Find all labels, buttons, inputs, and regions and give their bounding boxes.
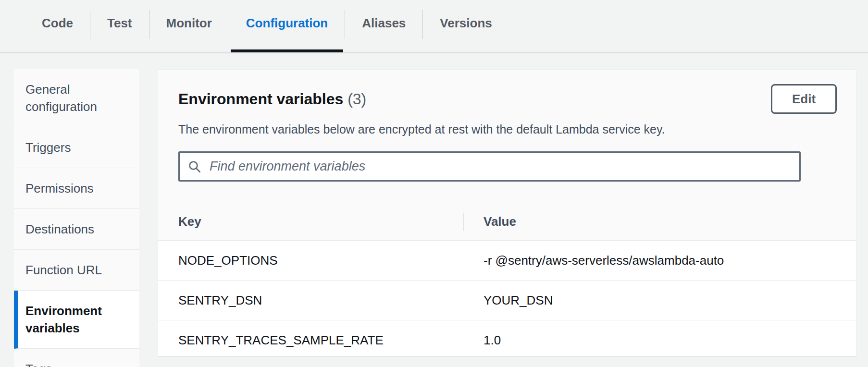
environment-variables-table: Key Value NODE_OPTIONS-r @sentry/aws-ser… (158, 203, 856, 357)
tab-configuration[interactable]: Configuration (229, 0, 345, 46)
tab-test[interactable]: Test (90, 0, 149, 46)
env-var-key: SENTRY_DSN (158, 293, 463, 308)
column-divider (463, 213, 464, 231)
table-body: NODE_OPTIONS-r @sentry/aws-serverless/aw… (158, 240, 856, 357)
panel-count: (3) (347, 90, 366, 108)
sidebar-item-tags[interactable]: Tags (14, 349, 139, 367)
sidebar-item-permissions[interactable]: Permissions (14, 168, 139, 209)
sidebar-item-general-configuration[interactable]: General configuration (14, 69, 139, 127)
column-header-key: Key (158, 214, 463, 229)
tab-monitor[interactable]: Monitor (149, 0, 229, 46)
env-var-row-node-options: NODE_OPTIONS-r @sentry/aws-serverless/aw… (158, 240, 856, 280)
function-tab-bar: CodeTestMonitorConfigurationAliasesVersi… (0, 0, 868, 53)
environment-variables-panel: Environment variables (3) Edit The envir… (158, 69, 856, 357)
search-box (178, 151, 801, 182)
tab-versions[interactable]: Versions (423, 0, 508, 46)
env-var-key: SENTRY_TRACES_SAMPLE_RATE (158, 333, 463, 348)
panel-title-text: Environment variables (178, 90, 343, 108)
env-var-row-sentry-traces-sample-rate: SENTRY_TRACES_SAMPLE_RATE1.0 (158, 320, 856, 357)
env-var-value: -r @sentry/aws-serverless/awslambda-auto (463, 253, 856, 268)
tab-aliases[interactable]: Aliases (345, 0, 422, 46)
column-header-value: Value (463, 214, 856, 229)
find-environment-variables-input[interactable] (209, 159, 792, 174)
sidebar-item-environment-variables[interactable]: Environment variables (14, 291, 139, 349)
env-var-value: 1.0 (463, 333, 856, 348)
edit-button[interactable]: Edit (771, 84, 837, 114)
sidebar-item-function-url[interactable]: Function URL (14, 250, 139, 291)
search-icon (187, 159, 202, 174)
lambda-configuration-page: { "tabs": { "items": [ { "label": "Code"… (0, 0, 868, 367)
sidebar-item-triggers[interactable]: Triggers (14, 127, 139, 168)
env-var-key: NODE_OPTIONS (158, 253, 463, 268)
tab-code[interactable]: Code (25, 0, 90, 46)
panel-header: Environment variables (3) Edit (178, 84, 837, 114)
panel-title: Environment variables (3) (178, 84, 366, 114)
configuration-sidebar: General configurationTriggersPermissions… (14, 69, 139, 367)
table-header-row: Key Value (158, 203, 856, 240)
env-var-value: YOUR_DSN (463, 293, 856, 308)
panel-description: The environment variables below are encr… (178, 122, 836, 136)
sidebar-item-destinations[interactable]: Destinations (14, 209, 139, 250)
env-var-row-sentry-dsn: SENTRY_DSNYOUR_DSN (158, 280, 856, 320)
